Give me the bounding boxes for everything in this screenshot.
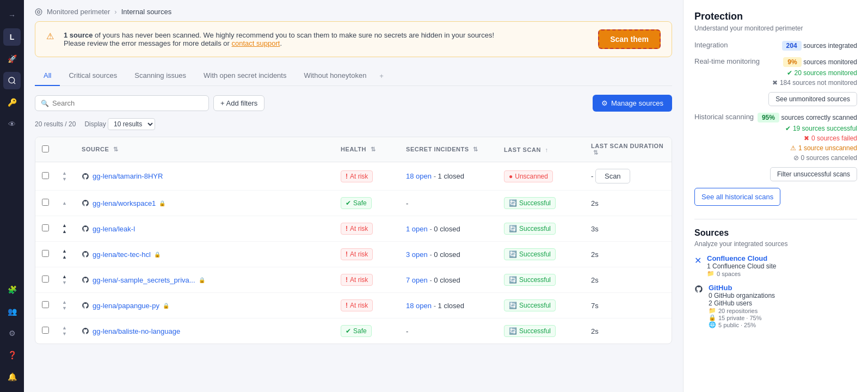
row-checkbox-cell[interactable] [35, 267, 56, 293]
row-checkbox[interactable] [42, 327, 49, 334]
sidebar-search-icon[interactable] [3, 72, 21, 89]
duration-value: 3s [591, 225, 599, 233]
globe-icon: 🌐 [709, 321, 716, 328]
sidebar-user-icon[interactable]: L [3, 28, 21, 46]
row-checkbox-cell[interactable] [35, 191, 56, 216]
github-link[interactable]: GitHub [709, 284, 775, 292]
protection-subtitle: Understand your monitored perimeter [694, 24, 857, 32]
scan-them-button[interactable]: Scan them [598, 29, 661, 49]
add-filters-button[interactable]: + Add filters [213, 95, 264, 111]
tab-scanning[interactable]: Scanning issues [126, 66, 195, 86]
row-checkbox-cell[interactable] [35, 318, 56, 344]
duration-value: 2s [591, 199, 599, 207]
scan-status-badge: 🔄Successful [504, 299, 556, 311]
priority-arrows[interactable]: ▲▼ [62, 274, 69, 286]
tab-all[interactable]: All [35, 66, 60, 86]
tab-critical[interactable]: Critical sources [60, 66, 126, 86]
row-checkbox[interactable] [42, 172, 49, 179]
integration-label: Integration [694, 41, 749, 49]
incidents-open-link[interactable]: 18 open [406, 172, 432, 180]
row-checkbox[interactable] [42, 275, 49, 283]
row-checkbox[interactable] [42, 250, 49, 257]
priority-arrows[interactable]: ▲▲ [62, 248, 69, 260]
row-checkbox-cell[interactable] [35, 162, 56, 191]
row-checkbox[interactable] [42, 224, 49, 231]
source-name-text: gg-lena/baliste-no-language [93, 327, 180, 335]
source-link[interactable]: gg-lena/workspace1 🔒 [82, 199, 328, 207]
last-scan-cell: 🔄Successful [497, 191, 584, 216]
health-badge: !At risk [341, 248, 373, 260]
row-checkbox-cell[interactable] [35, 293, 56, 318]
contact-support-link[interactable]: contact support [232, 39, 280, 47]
sidebar-puzzle-icon[interactable]: 🧩 [3, 281, 21, 298]
priority-arrows[interactable]: ▲ [62, 200, 69, 206]
tab-add-button[interactable]: + [375, 66, 388, 85]
col-health[interactable]: HEALTH ⇅ [334, 137, 399, 162]
tab-open-incidents[interactable]: With open secret incidents [195, 66, 295, 86]
search-input[interactable] [52, 99, 203, 107]
confluence-link[interactable]: Confluence Cloud [707, 254, 776, 262]
row-checkbox-cell[interactable] [35, 242, 56, 267]
main-content: Monitored perimeter › Internal sources ⚠… [24, 0, 683, 392]
incidents-open-link[interactable]: 1 open [406, 225, 428, 233]
incidents-open-link[interactable]: 7 open [406, 276, 428, 284]
col-incidents[interactable]: SECRET INCIDENTS ⇅ [399, 137, 497, 162]
source-cell: gg-lena/tec-tec-hcl 🔒 [75, 242, 334, 267]
col-last-scan[interactable]: LAST SCAN ↑ [497, 137, 584, 162]
sidebar-help-icon[interactable]: ❓ [3, 346, 21, 364]
see-all-historical-button[interactable]: See all historical scans [694, 188, 780, 206]
sources-title: Sources [694, 228, 857, 238]
incidents-open-link[interactable]: 3 open [406, 250, 428, 259]
source-name-text: gg-lena/workspace1 [93, 199, 156, 207]
col-source[interactable]: SOURCE ⇅ [75, 137, 334, 162]
display-select[interactable]: 10 results 25 results 50 results [108, 118, 155, 130]
see-unmonitored-button[interactable]: See unmonitored sources [768, 92, 857, 106]
source-link[interactable]: gg-lena/tec-tec-hcl 🔒 [82, 250, 328, 259]
incidents-open-link[interactable]: 18 open [406, 302, 432, 310]
health-cell: !At risk [334, 162, 399, 191]
sidebar-key-icon[interactable]: 🔑 [3, 94, 21, 111]
duration-cell: 2s [584, 267, 672, 293]
priority-cell: ▲▲ [56, 242, 75, 267]
priority-arrows[interactable]: ▲▲ [62, 223, 69, 235]
select-all-checkbox[interactable] [42, 145, 49, 152]
sidebar-rocket-icon[interactable]: 🚀 [3, 50, 21, 68]
tab-honeytoken[interactable]: Without honeytoken [295, 66, 375, 86]
github-repo-icon [82, 250, 89, 258]
historical-value: 95% sources correctly scanned ✔19 source… [758, 113, 857, 181]
row-checkbox-cell[interactable] [35, 216, 56, 242]
historical-pct-badge: 95% [758, 113, 779, 122]
table-row: ▲▼ gg-lena/papangue-py 🔒 !At risk 18 ope… [35, 293, 672, 318]
col-duration[interactable]: LAST SCAN DURATION ⇅ [584, 137, 672, 162]
sidebar-alert-icon[interactable]: 🔔 [3, 368, 21, 385]
priority-arrows[interactable]: ▲▼ [62, 325, 69, 337]
duration-cell: 7s [584, 293, 672, 318]
manage-sources-button[interactable]: ⚙ Manage sources [593, 95, 672, 112]
source-link[interactable]: gg-lena/baliste-no-language [82, 327, 328, 335]
integration-text: sources integrated [803, 42, 857, 50]
priority-arrows[interactable]: ▲▼ [62, 299, 69, 311]
search-box: 🔍 [35, 95, 209, 111]
sidebar-settings-icon[interactable]: ⚙ [3, 324, 21, 342]
source-link[interactable]: gg-lena/-sample_secrets_priva... 🔒 [82, 276, 328, 284]
sidebar-team-icon[interactable]: 👥 [3, 303, 21, 320]
breadcrumb-parent[interactable]: Monitored perimeter [47, 8, 110, 16]
scan-status-badge: 🔄Successful [504, 223, 556, 235]
github-users: 2 GitHub users [709, 299, 775, 307]
priority-arrows[interactable]: ▲▼ [62, 170, 69, 182]
perimeter-icon [35, 8, 42, 16]
incidents-cell: 3 open - 0 closed [399, 242, 497, 267]
sidebar-eye-icon[interactable]: 👁 [3, 115, 21, 133]
col-select-all[interactable] [35, 137, 56, 162]
source-link[interactable]: gg-lena/leak-l [82, 225, 328, 233]
filter-unsuccessful-button[interactable]: Filter unsuccessful scans [770, 167, 857, 181]
source-link[interactable]: gg-lena/papangue-py 🔒 [82, 302, 328, 310]
github-orgs: 0 GitHub organizations [709, 292, 775, 299]
source-link[interactable]: gg-lena/tamarin-8HYR [82, 172, 328, 180]
scan-button[interactable]: Scan [595, 169, 630, 183]
row-checkbox[interactable] [42, 199, 49, 206]
search-area: 🔍 + Add filters [35, 95, 264, 111]
row-checkbox[interactable] [42, 301, 49, 308]
sidebar-nav-icon[interactable]: → [3, 7, 21, 24]
display-info: Display 10 results 25 results 50 results [84, 118, 155, 130]
